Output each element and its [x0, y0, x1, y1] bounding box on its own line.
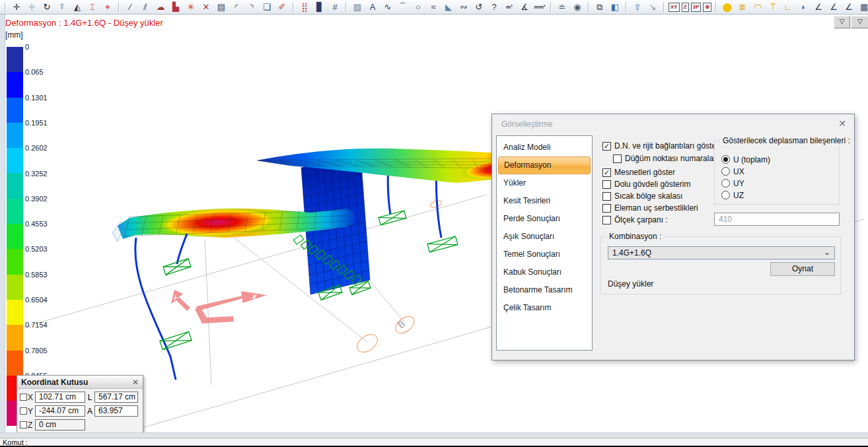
export-view-icon[interactable]: ⇧	[631, 1, 644, 13]
visibility-icon[interactable]: ◉	[571, 1, 584, 13]
dome-icon[interactable]: ◠	[751, 1, 764, 13]
grips-icon[interactable]: ⣿	[298, 1, 311, 13]
nav-item-betonarme-tasar-m[interactable]: Betonarme Tasarım	[497, 281, 592, 299]
nav-item-y-kler[interactable]: Yükler	[497, 174, 592, 192]
toolbar-separator	[715, 2, 717, 13]
close-icon[interactable]: ✕	[838, 118, 846, 129]
y-lock-checkbox[interactable]	[20, 407, 27, 415]
checkbox-s-cak-b-lge-skalas-[interactable]: Sıcak bölge skalası	[602, 191, 682, 201]
rotate-icon[interactable]: ↻	[40, 1, 54, 13]
library-icon[interactable]: ▊	[313, 1, 326, 13]
graph-a-icon[interactable]: ∠	[812, 1, 825, 13]
measure-query-icon[interactable]: ?	[488, 1, 501, 13]
graph-p-icon[interactable]: ∠	[827, 1, 840, 13]
nav-item-kabuk-sonu-lar-[interactable]: Kabuk Sonuçları	[497, 263, 592, 281]
polar-target-icon[interactable]: ⌖	[101, 1, 114, 13]
graph-2-icon[interactable]: ∠	[842, 1, 855, 13]
pan-copy-icon[interactable]: ✛	[25, 1, 38, 13]
checkbox-dolu-g-vdeli-g-sterim[interactable]: Dolu gövdeli gösterim	[602, 179, 690, 189]
scale-factor-input[interactable]: 410	[714, 213, 840, 226]
corner-icon[interactable]: ∟	[781, 1, 795, 13]
z-lock-checkbox[interactable]	[20, 421, 27, 429]
radio-uz[interactable]: UZ	[721, 190, 744, 200]
nav-item-a-k-sonu-lar-[interactable]: Aşık Sonuçları	[497, 228, 592, 246]
break-icon[interactable]: ∕	[124, 1, 137, 13]
select-region-icon[interactable]: ❑	[260, 1, 273, 13]
nav-item-perde-sonu-lar-[interactable]: Perde Sonuçları	[497, 210, 592, 228]
split-view-icon[interactable]: ◧	[608, 1, 622, 13]
scale-band	[7, 249, 23, 274]
length-field[interactable]: 567.17 cm	[94, 392, 138, 403]
nav-item-temel-sonu-lar-[interactable]: Temel Sonuçları	[497, 246, 592, 263]
command-statusbar[interactable]: Komut :	[0, 438, 868, 446]
chart-mini-icon[interactable]: ▙	[169, 1, 182, 13]
wand-icon[interactable]: ✐	[275, 1, 289, 13]
coord-z-icon[interactable]: Z	[682, 3, 689, 12]
spline-icon[interactable]: ∾	[457, 1, 470, 13]
checkbox-mesnetleri-g-ster[interactable]: ✓Mesnetleri göster	[602, 167, 675, 178]
checked-checkbox-icon: ✓	[602, 168, 611, 177]
mast-icon[interactable]: ⍑	[766, 1, 779, 13]
arc-icon[interactable]: ⌒	[396, 1, 410, 13]
nav-item-kesit-tesirleri[interactable]: Kesit Tesirleri	[497, 192, 592, 210]
toolbar-separator	[5, 2, 6, 13]
z-coordinate-field[interactable]: 0 cm	[35, 419, 85, 430]
polyline-icon[interactable]: ∿	[381, 1, 394, 13]
radio-label: U (toplam)	[733, 155, 770, 164]
level-icon[interactable]: ≐	[556, 1, 569, 13]
cloud-icon[interactable]: ☁	[154, 1, 167, 13]
area-icon[interactable]: m²	[503, 1, 516, 13]
mirror-icon[interactable]: ◭	[71, 1, 84, 13]
fillet-icon[interactable]: ◜	[230, 1, 243, 13]
image-icon[interactable]: ▨	[351, 1, 364, 13]
radio-u-toplam-[interactable]: U (toplam)	[721, 155, 770, 164]
y-axis-label: Y	[28, 407, 35, 416]
sketch-cloud-icon[interactable]: ≈	[427, 1, 440, 13]
radio-uy[interactable]: UY	[721, 178, 744, 188]
cap-icon[interactable]: ◗	[797, 1, 810, 13]
coord-origin-icon[interactable]: ⊕	[703, 3, 711, 12]
pan-icon[interactable]: ✛	[10, 1, 23, 13]
checkbox-eleman-u-serbestlikleri[interactable]: Eleman uç serbestlikleri	[602, 203, 698, 213]
checkbox-d-m-noktas-numaralar-[interactable]: Düğüm noktası numaraları	[613, 153, 718, 164]
table-icon[interactable]: ▦	[857, 1, 868, 13]
angle-field[interactable]: 63.957	[94, 405, 138, 417]
close-icon[interactable]: ✕	[132, 378, 139, 387]
chamfer-icon[interactable]: ◝	[245, 1, 258, 13]
x-coordinate-field[interactable]: 102.71 cm	[35, 392, 85, 403]
angle-query-icon[interactable]: ∡	[518, 1, 531, 13]
scale-band	[7, 98, 23, 123]
x-lock-checkbox[interactable]	[20, 394, 27, 401]
checkbox--l-ek-arpan-[interactable]: Ölçek çarpanı :	[602, 215, 668, 225]
move-down-icon[interactable]: ⍒	[55, 1, 69, 13]
nav-item-deformasyon[interactable]: Deformasyon	[498, 156, 591, 174]
stairs-icon[interactable]: ≣	[736, 1, 749, 13]
filter-button-2[interactable]: ▽	[851, 16, 868, 28]
combination-select[interactable]: 1.4G+1.6Q ⌄	[608, 246, 835, 259]
lamp-icon[interactable]: ⬤	[721, 1, 734, 13]
column-offset-icon[interactable]: ⌶	[86, 1, 99, 13]
burst-icon[interactable]: ✳	[184, 1, 198, 13]
coord-3p-icon[interactable]: 3P	[691, 3, 702, 12]
scale-label: 0.7805	[25, 347, 48, 355]
checkbox-d-n-ve-rijit-ba-lant-lar-g-ster[interactable]: ✓D.N. ve rijit bağlantıları göster	[602, 141, 719, 151]
trim-icon[interactable]: ⫽	[139, 1, 152, 13]
axes-helper-icon[interactable]: ↘	[646, 1, 659, 13]
filter-button[interactable]: ▽	[834, 16, 850, 28]
circle-icon[interactable]: ○	[412, 1, 425, 13]
play-button[interactable]: Oynat	[770, 262, 835, 276]
radio-ux[interactable]: UX	[721, 166, 744, 176]
rotate-copy-icon[interactable]: ↺	[472, 1, 486, 13]
new-view-icon[interactable]: ⧉	[593, 1, 606, 13]
coord-xy-icon[interactable]: XY	[669, 3, 680, 12]
y-coordinate-field[interactable]: -244.07 cm	[35, 405, 85, 417]
nav-item-analiz-modeli[interactable]: Analiz Modeli	[497, 139, 592, 156]
erase-icon[interactable]: ✕	[199, 1, 213, 13]
grid-icon[interactable]: #	[328, 1, 342, 13]
text-icon[interactable]: A	[366, 1, 379, 13]
detail-icon[interactable]: ▤	[215, 1, 228, 13]
nav-item--elik-tasar-m[interactable]: Çelik Tasarım	[497, 299, 592, 317]
radio-label: UY	[733, 179, 744, 188]
slope-icon[interactable]: ◣	[442, 1, 455, 13]
area-mm-icon[interactable]: mm²	[533, 1, 546, 13]
